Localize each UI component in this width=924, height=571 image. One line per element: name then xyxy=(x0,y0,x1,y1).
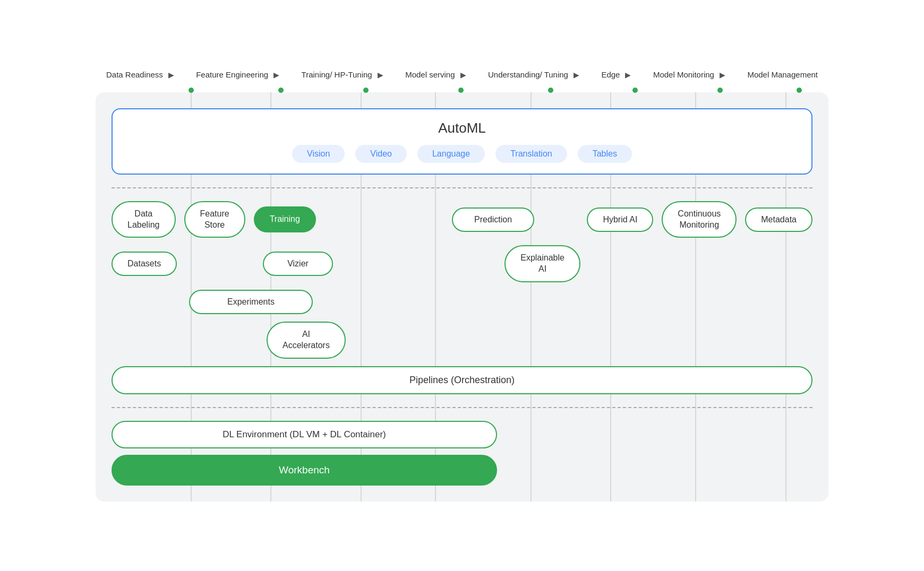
green-dot xyxy=(717,88,723,93)
pipeline-step-label: Data Readiness xyxy=(106,70,163,80)
green-dot xyxy=(632,88,638,93)
dot-row xyxy=(96,85,828,95)
pipeline-step-model-serving: Model serving ▶ xyxy=(405,70,466,80)
automl-pill-tables[interactable]: Tables xyxy=(578,145,632,163)
arrow-icon: ▶ xyxy=(168,71,174,79)
pill-hybrid-ai[interactable]: Hybrid AI xyxy=(587,207,653,232)
pipeline-step-data-readiness: Data Readiness ▶ xyxy=(106,70,174,80)
pipeline-step-training: Training/ HP-Tuning ▶ xyxy=(302,70,383,80)
pill-feature-store[interactable]: FeatureStore xyxy=(184,201,245,238)
automl-section: AutoML Vision Video Language Translation… xyxy=(112,108,812,175)
pill-metadata[interactable]: Metadata xyxy=(745,207,812,232)
automl-pill-video[interactable]: Video xyxy=(355,145,407,163)
pipelines-bar[interactable]: Pipelines (Orchestration) xyxy=(112,366,812,394)
pipeline-step-feature-eng: Feature Engineering ▶ xyxy=(196,70,279,80)
pill-prediction[interactable]: Prediction xyxy=(452,207,534,232)
automl-pill-language[interactable]: Language xyxy=(417,145,485,163)
diagram-container: Data Readiness ▶ Feature Engineering ▶ T… xyxy=(96,70,828,501)
pipeline-step-label: Model serving xyxy=(405,70,455,80)
secondary-pills-row: Datasets Vizier ExplainableAI xyxy=(112,245,812,282)
green-dot xyxy=(797,88,802,93)
pipeline-step-model-management: Model Management xyxy=(747,70,818,80)
automl-pill-vision[interactable]: Vision xyxy=(292,145,345,163)
pill-vizier[interactable]: Vizier xyxy=(263,252,333,276)
pipeline-step-label: Feature Engineering xyxy=(196,70,268,80)
pipeline-step-label: Edge xyxy=(601,70,620,80)
pipeline-step-understanding: Understanding/ Tuning ▶ xyxy=(488,70,579,80)
content-section: DataLabeling FeatureStore Training Predi… xyxy=(112,201,812,394)
green-dot xyxy=(548,88,553,93)
pill-experiments[interactable]: Experiments xyxy=(189,290,313,314)
pill-data-labeling[interactable]: DataLabeling xyxy=(112,201,176,238)
pipeline-bar: Data Readiness ▶ Feature Engineering ▶ T… xyxy=(96,70,828,85)
dashed-divider-top xyxy=(112,187,812,188)
arrow-icon: ▶ xyxy=(720,71,725,79)
diagram-area: AutoML Vision Video Language Translation… xyxy=(96,92,828,501)
dashed-divider-bottom xyxy=(112,407,812,408)
pipeline-step-label: Training/ HP-Tuning xyxy=(302,70,372,80)
accelerators-row: AIAccelerators xyxy=(112,322,812,359)
pill-training[interactable]: Training xyxy=(254,206,316,232)
pill-continuous-monitoring[interactable]: ContinuousMonitoring xyxy=(662,201,737,238)
arrow-icon: ▶ xyxy=(625,71,631,79)
pill-explainable-ai[interactable]: ExplainableAI xyxy=(504,245,580,282)
dl-env-bar[interactable]: DL Environment (DL VM + DL Container) xyxy=(112,421,497,448)
green-dot xyxy=(278,88,284,93)
pipeline-step-edge: Edge ▶ xyxy=(601,70,631,80)
automl-title: AutoML xyxy=(129,120,795,136)
automl-pill-translation[interactable]: Translation xyxy=(495,145,567,163)
automl-pills: Vision Video Language Translation Tables xyxy=(129,145,795,163)
green-dot xyxy=(363,88,369,93)
pipeline-step-model-monitoring: Model Monitoring ▶ xyxy=(653,70,725,80)
workbench-bar[interactable]: Workbench xyxy=(112,455,497,486)
pipeline-step-label: Understanding/ Tuning xyxy=(488,70,568,80)
arrow-icon: ▶ xyxy=(460,71,466,79)
green-dot xyxy=(458,88,464,93)
dl-section: DL Environment (DL VM + DL Container) Wo… xyxy=(112,421,812,486)
experiments-row: Experiments xyxy=(112,290,812,314)
arrow-icon: ▶ xyxy=(273,71,279,79)
pill-datasets[interactable]: Datasets xyxy=(112,252,177,276)
arrow-icon: ▶ xyxy=(574,71,579,79)
green-dot xyxy=(189,88,194,93)
pipeline-step-label: Model Management xyxy=(747,70,818,80)
main-pills-row: DataLabeling FeatureStore Training Predi… xyxy=(112,201,812,238)
pipeline-step-label: Model Monitoring xyxy=(653,70,714,80)
arrow-icon: ▶ xyxy=(378,71,383,79)
pill-ai-accelerators[interactable]: AIAccelerators xyxy=(267,322,346,359)
